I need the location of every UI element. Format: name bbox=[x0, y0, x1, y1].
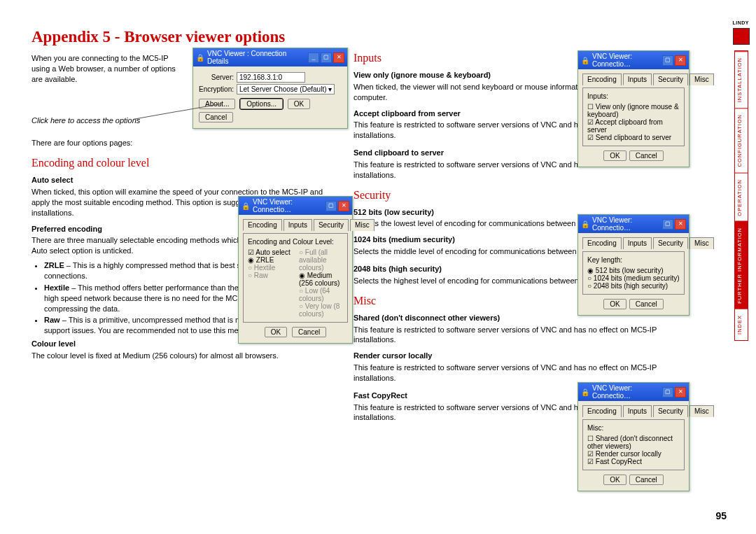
nav-installation[interactable]: INSTALLATION bbox=[735, 51, 748, 108]
nav-further-info[interactable]: FURTHER INFORMATION bbox=[735, 221, 748, 309]
lindy-logo bbox=[733, 28, 750, 45]
render-t: This feature is restricted to software s… bbox=[354, 363, 682, 384]
cancel-btn[interactable]: Cancel bbox=[199, 112, 233, 122]
options-btn[interactable]: Options... bbox=[240, 99, 283, 109]
win-misc: 🔒 VNC Viewer: Connectio…▢✕ EncodingInput… bbox=[578, 382, 690, 491]
ok-btn[interactable]: OK bbox=[288, 99, 310, 109]
win-conn: 🔒 VNC Viewer : Connection Details_▢✕ Ser… bbox=[192, 48, 348, 129]
four-opts: There are four options pages: bbox=[31, 138, 332, 148]
h-security: Security bbox=[354, 189, 682, 202]
colour-t: The colour level is fixed at Medium (256… bbox=[31, 351, 332, 361]
win-inputs: 🔒 VNC Viewer: Connectio…▢✕ EncodingInput… bbox=[578, 50, 690, 167]
nav-operation[interactable]: OPERATION bbox=[735, 173, 748, 222]
shared-t: This feature is restricted to software s… bbox=[354, 325, 682, 346]
win-security: 🔒 VNC Viewer: Connectio…▢✕ EncodingInput… bbox=[578, 214, 690, 316]
intro-text: When you are connecting to the MC5-IP us… bbox=[31, 53, 178, 85]
nav-configuration[interactable]: CONFIGURATION bbox=[735, 108, 748, 172]
auto-h: Auto select bbox=[31, 175, 332, 185]
callout: Click here to access the options bbox=[31, 115, 178, 126]
sidebar: INSTALLATION CONFIGURATION OPERATION FUR… bbox=[734, 28, 749, 341]
page-title: Appendix 5 - Browser viewer options bbox=[31, 28, 724, 46]
nav-index[interactable]: INDEX bbox=[735, 309, 748, 340]
page-number: 95 bbox=[715, 510, 727, 521]
win-encoding: 🔒 VNC Viewer: Connectio…▢✕ Encoding Inpu… bbox=[238, 196, 353, 344]
render-h: Render cursor locally bbox=[354, 351, 682, 361]
h-encoding: Encoding and colour level bbox=[31, 157, 332, 169]
